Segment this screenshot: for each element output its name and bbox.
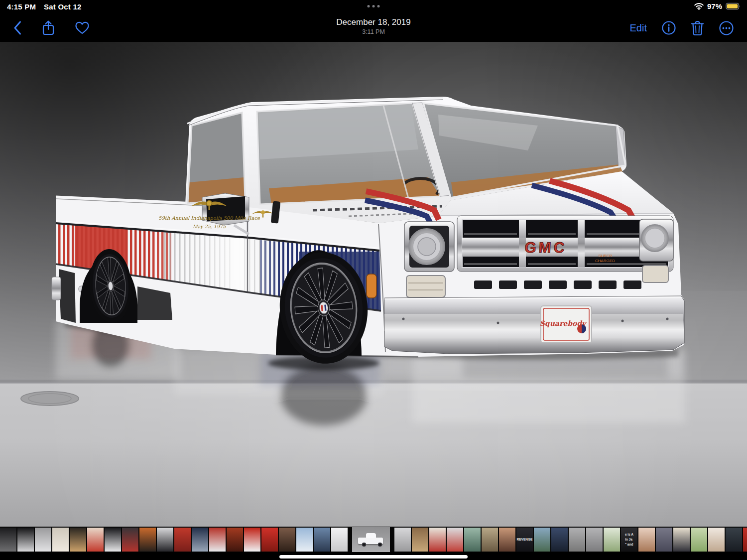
gmc-badge: GMC bbox=[524, 239, 568, 256]
filmstrip-thumbnail[interactable] bbox=[192, 528, 208, 552]
super-text: SUPER bbox=[598, 254, 612, 258]
filmstrip-thumbnail[interactable] bbox=[314, 528, 330, 552]
filmstrip-thumbnail[interactable] bbox=[174, 528, 191, 552]
filmstrip-thumbnail[interactable] bbox=[244, 528, 260, 552]
mini-truck-thumbnail-shape bbox=[362, 543, 366, 547]
filmstrip-thumbnail[interactable] bbox=[569, 528, 585, 552]
filmstrip-thumbnail[interactable] bbox=[70, 528, 86, 552]
filmstrip-thumbnail[interactable] bbox=[551, 528, 568, 552]
filmstrip-thumbnail[interactable] bbox=[35, 528, 51, 552]
delete-button[interactable] bbox=[691, 20, 704, 36]
filmstrip-thumbnail[interactable] bbox=[447, 528, 463, 552]
status-bar: 4:15 PM Sat Oct 12 97% bbox=[0, 0, 747, 14]
filmstrip-thumbnail[interactable] bbox=[87, 528, 104, 552]
filmstrip-thumbnail[interactable] bbox=[296, 528, 313, 552]
filmstrip-thumbnail[interactable]: e is A in Ja " and bbox=[621, 528, 637, 552]
back-button[interactable] bbox=[13, 20, 22, 35]
multitasking-dots-icon[interactable] bbox=[368, 5, 380, 7]
filmstrip-thumbnail[interactable] bbox=[534, 528, 550, 552]
status-date: Sat Oct 12 bbox=[44, 2, 81, 11]
filmstrip-thumbnail[interactable] bbox=[743, 528, 747, 552]
filmstrip-thumbnail[interactable] bbox=[412, 528, 428, 552]
filmstrip-thumbnail[interactable] bbox=[691, 528, 707, 552]
filmstrip-thumbnail[interactable] bbox=[499, 528, 515, 552]
mini-truck-thumbnail-shape bbox=[378, 543, 382, 547]
filmstrip[interactable]: REVENGEe is A in Ja " and bbox=[0, 527, 747, 552]
filmstrip-thumbnail[interactable] bbox=[586, 528, 603, 552]
filmstrip-thumbnail-selected[interactable] bbox=[352, 527, 390, 552]
filmstrip-thumbnail[interactable] bbox=[482, 528, 498, 552]
mini-truck-thumbnail-shape bbox=[366, 533, 376, 538]
filmstrip-thumbnail[interactable] bbox=[227, 528, 243, 552]
license-plate: Squarebody bbox=[540, 306, 592, 343]
favorite-button[interactable] bbox=[75, 21, 90, 35]
ellipsis-circle-icon bbox=[719, 20, 734, 36]
filmstrip-thumbnail[interactable] bbox=[331, 528, 348, 552]
truck-photo-illustration: GMC SUPER CHARGED bbox=[0, 42, 747, 527]
home-indicator[interactable] bbox=[279, 555, 468, 559]
filmstrip-thumbnail[interactable] bbox=[708, 528, 725, 552]
chevron-left-icon bbox=[13, 20, 22, 35]
filmstrip-thumbnail[interactable] bbox=[209, 528, 226, 552]
filmstrip-thumbnail[interactable] bbox=[52, 528, 69, 552]
battery-percent: 97% bbox=[707, 2, 722, 10]
filmstrip-thumbnail[interactable] bbox=[638, 528, 655, 552]
nav-bar: December 18, 2019 3:11 PM Edit bbox=[0, 14, 747, 42]
info-circle-icon bbox=[661, 20, 676, 35]
front-grille-assembly: GMC SUPER CHARGED bbox=[367, 216, 684, 354]
more-button[interactable] bbox=[719, 20, 734, 36]
filmstrip-thumbnail[interactable]: REVENGE bbox=[516, 528, 533, 552]
filmstrip-thumbnail[interactable] bbox=[726, 528, 742, 552]
status-time: 4:15 PM bbox=[7, 2, 36, 11]
edit-label: Edit bbox=[630, 22, 647, 34]
edit-button[interactable]: Edit bbox=[630, 22, 647, 34]
filmstrip-thumbnail[interactable] bbox=[17, 528, 34, 552]
filmstrip-thumbnail[interactable] bbox=[157, 528, 173, 552]
filmstrip-thumbnail[interactable] bbox=[464, 528, 481, 552]
amber-side-marker bbox=[367, 274, 376, 298]
trash-icon bbox=[691, 20, 704, 36]
rear-mud-flap bbox=[59, 269, 76, 323]
filmstrip-thumbnail[interactable] bbox=[139, 528, 156, 552]
heart-icon bbox=[75, 21, 90, 35]
filmstrip-thumbnail[interactable] bbox=[604, 528, 620, 552]
filmstrip-thumbnail[interactable] bbox=[673, 528, 690, 552]
photos-app-screen: 4:15 PM Sat Oct 12 97% bbox=[0, 0, 747, 560]
filmstrip-thumbnail[interactable] bbox=[105, 528, 121, 552]
valance-slots bbox=[474, 280, 641, 289]
filmstrip-thumbnail[interactable] bbox=[656, 528, 672, 552]
right-marker-light bbox=[642, 266, 668, 282]
left-marker-light bbox=[406, 276, 445, 297]
wifi-icon bbox=[694, 3, 704, 10]
share-icon bbox=[42, 20, 55, 36]
filmstrip-thumbnail[interactable] bbox=[261, 528, 278, 552]
door-text-line2: May 25, 1975 bbox=[193, 224, 226, 230]
filmstrip-thumbnail[interactable] bbox=[279, 528, 295, 552]
info-button[interactable] bbox=[661, 20, 676, 35]
door-text-line1: 59th Annual Indianapolis 500 Mile Race bbox=[158, 215, 260, 221]
share-button[interactable] bbox=[42, 20, 55, 36]
charged-text: CHARGED bbox=[595, 259, 615, 263]
battery-icon bbox=[726, 2, 741, 10]
photo-view[interactable]: GMC SUPER CHARGED bbox=[0, 42, 747, 527]
filmstrip-thumbnail[interactable] bbox=[394, 528, 411, 552]
filmstrip-thumbnail[interactable] bbox=[122, 528, 138, 552]
filmstrip-thumbnail[interactable] bbox=[0, 528, 16, 552]
filmstrip-thumbnail[interactable] bbox=[429, 528, 446, 552]
